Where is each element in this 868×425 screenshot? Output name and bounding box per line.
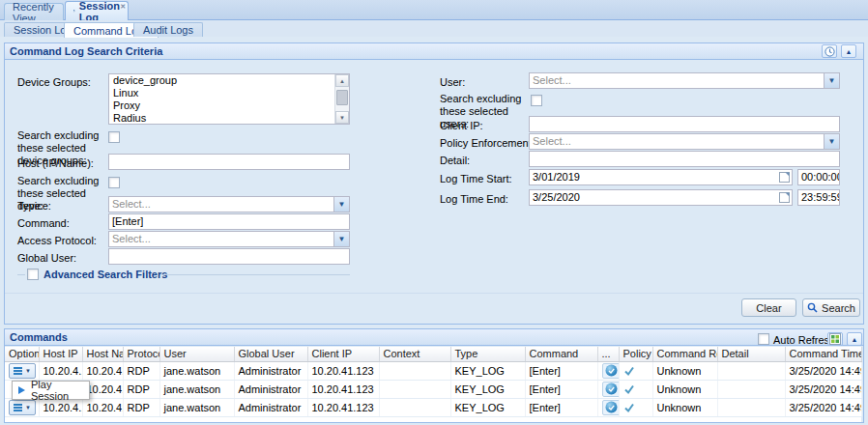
replay-orb-icon — [605, 401, 618, 413]
client-ip-input[interactable] — [529, 116, 840, 132]
type-select[interactable]: Select... ▼ — [108, 196, 350, 212]
log-time-end-date-input[interactable]: 3/25/2020 — [529, 189, 793, 206]
tab-session-log[interactable]: Session Log ✕ — [65, 1, 129, 20]
col-header-command[interactable]: Command — [525, 347, 597, 361]
host-label: Host (IP/Name): — [17, 157, 109, 170]
type-label: Type: — [17, 200, 43, 212]
clear-button[interactable]: Clear — [741, 298, 796, 317]
cell-view — [597, 380, 619, 398]
table-row[interactable]: 10.20.4... 10.20.41... RDP jane.watson A… — [5, 380, 861, 398]
export-grid-icon — [829, 333, 841, 345]
search-icon — [807, 302, 818, 313]
table-row[interactable]: ▼ 10.20.4... 10.20.41... RDP jane.watson… — [5, 398, 861, 416]
cell-protocol: RDP — [123, 398, 159, 416]
col-header-options[interactable]: Options — [5, 347, 39, 361]
replay-button[interactable] — [602, 363, 620, 379]
col-header-user[interactable]: User — [159, 347, 234, 361]
log-time-start-label: Log Time Start: — [440, 173, 512, 185]
tab-session-log-label: Session Log — [79, 0, 120, 23]
export-tool-button[interactable] — [827, 332, 843, 346]
log-time-start-date-input[interactable]: 3/01/2019 — [529, 169, 793, 185]
auto-refresh-checkbox[interactable] — [758, 333, 769, 345]
close-icon[interactable]: ✕ — [120, 3, 126, 11]
cell-command: [Enter] — [525, 380, 597, 398]
replay-button[interactable] — [602, 382, 620, 397]
list-item[interactable]: Linux — [109, 87, 349, 99]
commands-collapse-button[interactable]: ▲ — [847, 332, 862, 346]
list-item[interactable]: Radius — [109, 112, 349, 125]
calendar-icon[interactable] — [779, 172, 790, 183]
global-user-input[interactable] — [108, 248, 350, 265]
cell-global-user: Administrator — [234, 361, 307, 380]
cell-detail — [717, 361, 785, 380]
col-header-context[interactable]: Context — [379, 347, 450, 361]
cell-policy — [619, 380, 652, 398]
tab-audit-logs[interactable]: Audit Logs — [133, 22, 203, 37]
chevron-up-icon: ▲ — [846, 48, 853, 55]
device-groups-listbox[interactable]: device_group Linux Proxy Radius ▲ ▼ — [108, 73, 350, 125]
list-item[interactable]: device_group — [109, 74, 349, 87]
table-header-row: Options Host IP Host Name Protocol User … — [5, 347, 861, 361]
exclude-device-checkbox[interactable] — [108, 177, 120, 188]
list-icon — [14, 403, 22, 411]
chevron-down-icon[interactable]: ▼ — [824, 73, 839, 88]
cell-command-time: 3/25/2020 14:49:08 — [785, 398, 861, 416]
col-header-protocol[interactable]: Protocol — [123, 347, 159, 361]
col-header-command-time[interactable]: Command Time — [785, 347, 861, 361]
scroll-up-icon[interactable]: ▲ — [335, 74, 349, 87]
scroll-down-icon[interactable]: ▼ — [335, 111, 349, 124]
log-time-end-time-input[interactable]: 23:59:59 — [797, 189, 840, 206]
col-header-host-name[interactable]: Host Name — [82, 347, 123, 361]
replay-button[interactable] — [602, 400, 620, 415]
list-item[interactable]: Proxy — [109, 99, 349, 112]
replay-orb-icon — [605, 382, 618, 395]
cell-protocol: RDP — [123, 380, 159, 398]
col-header-client-ip[interactable]: Client IP — [307, 347, 379, 361]
chevron-down-icon[interactable]: ▼ — [333, 232, 349, 246]
cell-protocol: RDP — [123, 361, 159, 380]
col-header-host-ip[interactable]: Host IP — [39, 347, 82, 361]
commands-table: Options Host IP Host Name Protocol User … — [5, 347, 862, 417]
scrollbar-thumb[interactable] — [336, 90, 348, 105]
cell-detail — [717, 380, 785, 398]
exclude-users-checkbox[interactable] — [531, 95, 542, 106]
cell-type: KEY_LOG — [450, 361, 525, 380]
log-time-start-date-value: 3/01/2019 — [533, 171, 580, 183]
chevron-down-icon[interactable]: ▼ — [333, 197, 349, 212]
search-button[interactable]: Search — [802, 298, 860, 317]
policy-enforcement-select[interactable]: Select... ▼ — [529, 133, 840, 150]
cell-type: KEY_LOG — [450, 380, 525, 398]
chevron-down-icon[interactable]: ▼ — [824, 134, 839, 149]
col-header-type[interactable]: Type — [450, 347, 525, 361]
access-protocol-label: Access Protocol: — [17, 235, 97, 247]
user-select[interactable]: Select... ▼ — [529, 72, 840, 89]
access-protocol-select[interactable]: Select... ▼ — [108, 231, 350, 247]
log-time-start-time-input[interactable]: 00:00:00 — [797, 169, 840, 185]
log-time-start-time-value: 00:00:00 — [801, 171, 840, 183]
col-header-dots[interactable]: ... — [597, 347, 619, 361]
detail-input[interactable] — [529, 151, 840, 167]
replay-orb-icon — [605, 364, 618, 377]
col-header-global-user[interactable]: Global User — [234, 347, 307, 361]
col-header-detail[interactable]: Detail — [717, 347, 785, 361]
commands-panel-title: Commands — [10, 331, 68, 343]
cell-detail — [717, 398, 785, 416]
menu-item-play-session[interactable]: Play Session — [31, 379, 89, 402]
listbox-scrollbar[interactable]: ▲ ▼ — [334, 74, 349, 124]
cell-policy — [619, 361, 652, 380]
log-time-end-date-value: 3/25/2020 — [533, 191, 580, 203]
tab-recently-view[interactable]: Recently View — [4, 3, 64, 20]
timer-tool-button[interactable] — [822, 44, 837, 58]
calendar-icon[interactable] — [779, 192, 790, 203]
cell-client-ip: 10.20.41.123 — [307, 380, 379, 398]
host-input[interactable] — [108, 154, 350, 170]
col-header-command-result[interactable]: Command Re... — [652, 347, 717, 361]
col-header-policy[interactable]: Policy ... — [619, 347, 652, 361]
advanced-filters-checkbox[interactable] — [27, 269, 39, 280]
options-menu-button[interactable]: ▼ — [9, 363, 36, 379]
search-panel-collapse-button[interactable]: ▲ — [841, 44, 856, 58]
cell-user: jane.watson — [159, 380, 234, 398]
command-input[interactable]: [Enter] — [108, 213, 350, 230]
table-row[interactable]: ▼ 10.20.4... 10.20.41... RDP jane.watson… — [5, 361, 861, 380]
exclude-groups-checkbox[interactable] — [108, 131, 120, 143]
